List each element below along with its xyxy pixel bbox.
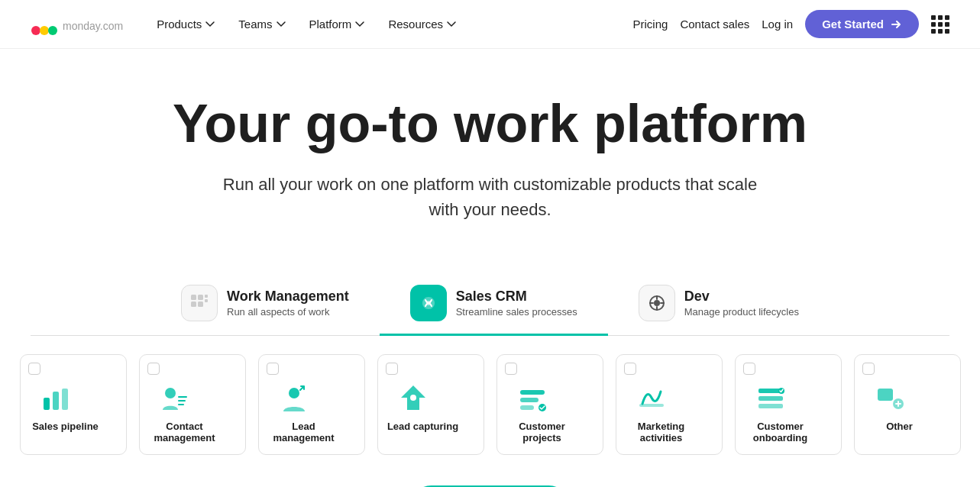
navbar: monday.com Products Teams Platform Resou… — [0, 0, 980, 49]
svg-rect-3 — [191, 295, 196, 300]
card-checkbox-lead-capturing[interactable] — [386, 363, 398, 375]
chevron-down-icon — [354, 19, 365, 30]
svg-rect-25 — [639, 404, 664, 407]
svg-point-19 — [289, 388, 299, 398]
card-label-lead-capturing: Lead capturing — [378, 421, 468, 432]
card-label-customer-projects: Customer projects — [497, 421, 587, 443]
svg-point-9 — [426, 301, 431, 305]
card-label-marketing-activities: Marketing activities — [616, 421, 707, 443]
nav-login[interactable]: Log in — [762, 18, 793, 31]
card-label-lead-management: Lead management — [259, 421, 349, 443]
tab-dev[interactable]: Dev Manage product lifecycles — [608, 276, 830, 336]
dev-tab-title: Dev — [684, 289, 799, 305]
svg-point-11 — [654, 300, 660, 306]
svg-rect-5 — [191, 302, 196, 307]
cards-section: Sales pipeline Contact management Lead m… — [0, 336, 980, 479]
card-marketing-activities[interactable]: Marketing activities — [616, 354, 723, 455]
dev-tab-sub: Manage product lifecycles — [684, 306, 799, 318]
tab-sales-crm[interactable]: Sales CRM Streamline sales processes — [380, 276, 608, 336]
card-checkbox-other[interactable] — [862, 363, 875, 375]
svg-rect-14 — [62, 389, 68, 410]
svg-rect-23 — [520, 405, 534, 410]
chevron-down-icon — [205, 19, 215, 30]
logo-name: monday.com — [63, 15, 123, 34]
sales-pipeline-icon — [40, 382, 71, 413]
chevron-down-icon — [276, 19, 286, 30]
svg-rect-8 — [205, 299, 208, 302]
svg-rect-27 — [758, 396, 783, 401]
card-customer-onboarding[interactable]: Customer onboarding — [735, 354, 842, 455]
hero-headline: Your go-to work platform — [31, 95, 949, 153]
card-checkbox-lead-management[interactable] — [267, 363, 279, 375]
chevron-down-icon — [446, 19, 457, 30]
lead-management-icon — [279, 382, 309, 413]
work-management-tab-sub: Run all aspects of work — [227, 306, 349, 318]
apps-grid-icon[interactable] — [931, 15, 949, 34]
contact-management-icon — [160, 382, 190, 413]
card-sales-pipeline[interactable]: Sales pipeline — [20, 354, 127, 455]
svg-point-20 — [410, 395, 416, 401]
tab-work-management[interactable]: Work Management Run all aspects of work — [150, 276, 380, 336]
card-other[interactable]: Other — [854, 354, 961, 455]
arrow-right-icon — [890, 18, 902, 31]
cta-section: Get Started No credit card needed ✦ Star… — [0, 479, 980, 487]
sales-crm-tab-sub: Streamline sales processes — [456, 306, 577, 318]
customer-onboarding-icon — [755, 382, 786, 413]
svg-rect-28 — [758, 404, 783, 408]
card-checkbox-customer-onboarding[interactable] — [743, 363, 755, 375]
svg-rect-12 — [44, 398, 50, 410]
svg-point-15 — [165, 388, 176, 398]
work-management-tab-title: Work Management — [227, 289, 349, 305]
card-lead-capturing[interactable]: Lead capturing — [377, 354, 484, 455]
nav-products[interactable]: Products — [147, 13, 225, 35]
nav-teams[interactable]: Teams — [229, 13, 295, 35]
nav-right: Pricing Contact sales Log in Get Started — [633, 10, 949, 38]
svg-rect-7 — [205, 295, 208, 298]
svg-rect-13 — [53, 392, 59, 410]
svg-point-0 — [31, 26, 40, 35]
logo-icon — [31, 11, 58, 38]
logo[interactable]: monday.com — [31, 11, 123, 38]
card-checkbox-sales-pipeline[interactable] — [28, 363, 40, 375]
brand-domain: .com — [100, 20, 123, 32]
hero-section: Your go-to work platform Run all your wo… — [0, 49, 980, 276]
brand-name: monday — [63, 20, 100, 32]
card-checkbox-contact-management[interactable] — [147, 363, 160, 375]
lead-capturing-icon — [398, 382, 429, 413]
svg-point-1 — [40, 26, 49, 35]
card-lead-management[interactable]: Lead management — [258, 354, 365, 455]
nav-resources[interactable]: Resources — [379, 13, 466, 35]
hero-subtext: Run all your work on one platform with c… — [223, 172, 758, 222]
svg-rect-6 — [198, 302, 203, 307]
work-management-tab-icon — [181, 285, 218, 321]
card-label-customer-onboarding: Customer onboarding — [736, 421, 826, 443]
card-customer-projects[interactable]: Customer projects — [496, 354, 603, 455]
nav-pricing[interactable]: Pricing — [633, 18, 668, 31]
svg-rect-22 — [520, 398, 539, 402]
sales-crm-tab-title: Sales CRM — [456, 289, 577, 305]
nav-items: Products Teams Platform Resources — [147, 13, 466, 35]
nav-platform[interactable]: Platform — [300, 13, 375, 35]
svg-point-2 — [48, 26, 57, 35]
cards-grid: Sales pipeline Contact management Lead m… — [20, 354, 961, 455]
card-label-contact-management: Contact management — [140, 421, 230, 443]
svg-rect-21 — [520, 390, 545, 395]
nav-left: monday.com Products Teams Platform Resou… — [31, 11, 466, 38]
sales-crm-tab-icon — [410, 285, 447, 321]
marketing-activities-icon — [636, 382, 667, 413]
card-checkbox-customer-projects[interactable] — [505, 363, 517, 375]
svg-rect-4 — [198, 295, 203, 300]
nav-get-started-button[interactable]: Get Started — [805, 10, 919, 38]
card-checkbox-marketing-activities[interactable] — [624, 363, 636, 375]
product-tabs: Work Management Run all aspects of work … — [31, 276, 949, 336]
dev-tab-icon — [639, 285, 675, 321]
other-icon — [875, 382, 905, 413]
svg-rect-17 — [178, 400, 186, 402]
customer-projects-icon — [517, 382, 548, 413]
nav-contact-sales[interactable]: Contact sales — [680, 18, 749, 31]
card-label-other: Other — [855, 421, 945, 432]
svg-rect-30 — [878, 389, 893, 401]
card-contact-management[interactable]: Contact management — [139, 354, 246, 455]
svg-rect-18 — [178, 404, 184, 405]
card-label-sales-pipeline: Sales pipeline — [21, 421, 111, 432]
